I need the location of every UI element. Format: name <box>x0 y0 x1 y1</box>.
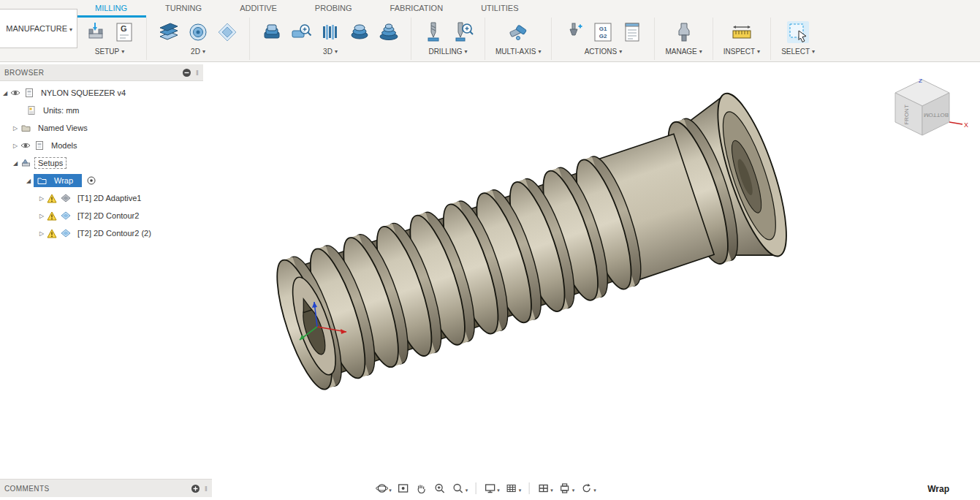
active-setup-status: Wrap <box>927 484 949 494</box>
tree-item-models[interactable]: Models <box>0 137 203 154</box>
orbit-button[interactable] <box>375 482 392 495</box>
viewcube-front-label[interactable]: FRONT <box>903 105 910 125</box>
ribbon: MANUFACTURE MILLING TURNING ADDITIVE PRO… <box>0 0 980 62</box>
fusion-manufacture-window: MANUFACTURE MILLING TURNING ADDITIVE PRO… <box>0 0 980 500</box>
expand-icon[interactable] <box>0 90 10 96</box>
view-cube[interactable]: FRONT BOTTOM Z X <box>882 74 970 144</box>
viewports-button[interactable] <box>536 482 553 495</box>
panel-grip-icon[interactable] <box>200 485 208 493</box>
face-icon[interactable] <box>157 20 181 44</box>
select-icon[interactable] <box>786 20 810 44</box>
machine-target-icon[interactable] <box>86 175 96 186</box>
tree-item-root[interactable]: NYLON SQUEEZER v4 <box>0 84 203 102</box>
setups-icon <box>20 158 31 168</box>
chevron-down-icon <box>593 482 596 495</box>
drill-deep-icon[interactable] <box>451 20 474 44</box>
tree-label-op2[interactable]: [T2] 2D Contour2 <box>75 211 142 221</box>
tree-item-op-contour2-2[interactable]: [T2] 2D Contour2 (2) <box>0 224 203 242</box>
expand-comments-icon[interactable] <box>191 484 200 493</box>
tree-label-units[interactable]: Units: mm <box>40 105 83 115</box>
setup-sheet-icon[interactable] <box>620 20 644 44</box>
zoom-button[interactable] <box>452 482 468 495</box>
tab-fabrication[interactable]: FABRICATION <box>371 0 463 18</box>
tree-item-op-adaptive1[interactable]: [T1] 2D Adaptive1 <box>0 189 203 207</box>
tree-label-op1[interactable]: [T1] 2D Adaptive1 <box>75 193 144 203</box>
tree-item-named-views[interactable]: Named Views <box>0 119 203 137</box>
layout-button[interactable] <box>558 482 575 495</box>
tab-additive[interactable]: ADDITIVE <box>221 0 296 18</box>
pan-button[interactable] <box>415 482 428 495</box>
viewcube-bottom-label[interactable]: BOTTOM <box>924 112 949 118</box>
group-multiaxis: MULTI-AXIS <box>485 18 552 60</box>
tab-utilities[interactable]: UTILITIES <box>462 0 537 18</box>
generate-icon[interactable] <box>562 20 585 44</box>
folder-icon <box>20 123 31 133</box>
ncprogram-icon[interactable]: G <box>113 20 136 44</box>
selected-setup-chip[interactable]: Wrap <box>34 174 82 187</box>
look-at-button[interactable] <box>397 482 410 495</box>
tab-turning[interactable]: TURNING <box>146 0 221 18</box>
zoom-in-button[interactable] <box>433 482 447 495</box>
adaptive3d-icon[interactable] <box>260 20 284 44</box>
group-label-inspect[interactable]: INSPECT <box>723 48 760 56</box>
pocket3d-icon[interactable] <box>289 20 313 44</box>
expand-icon[interactable] <box>10 160 20 167</box>
viewcube-x-label: X <box>964 121 968 129</box>
new-setup-icon[interactable] <box>83 20 107 44</box>
warning-icon <box>47 211 57 221</box>
svg-text:G2: G2 <box>599 33 607 39</box>
expand-icon[interactable] <box>37 213 47 219</box>
nav-divider <box>475 482 476 494</box>
pocket2d-icon[interactable] <box>186 20 210 44</box>
component-icon <box>34 140 45 151</box>
group-label-select[interactable]: SELECT <box>781 48 815 56</box>
group-label-multiaxis[interactable]: MULTI-AXIS <box>495 48 541 56</box>
grid-snap-button[interactable] <box>505 482 522 495</box>
tree-label-named-views[interactable]: Named Views <box>35 123 91 133</box>
expand-icon[interactable] <box>37 195 47 202</box>
tree-item-units[interactable]: Units: mm <box>0 102 203 119</box>
tree-label-root[interactable]: NYLON SQUEEZER v4 <box>38 88 129 98</box>
post-process-icon[interactable]: G1 G2 <box>591 20 615 44</box>
refresh-view-button[interactable] <box>580 482 596 495</box>
browser-header: BROWSER <box>0 64 203 81</box>
workspace-switcher[interactable]: MANUFACTURE <box>0 9 77 48</box>
tree-label-setups[interactable]: Setups <box>35 158 66 168</box>
scallop-icon[interactable] <box>348 20 371 44</box>
tab-milling[interactable]: MILLING <box>76 0 146 18</box>
tree-label-models[interactable]: Models <box>48 140 80 151</box>
expand-icon[interactable] <box>23 178 34 184</box>
nav-divider <box>528 482 529 494</box>
group-label-3d[interactable]: 3D <box>323 48 338 56</box>
tree-label-wrap[interactable]: Wrap <box>51 175 76 186</box>
expand-icon[interactable] <box>37 230 47 237</box>
adaptive-op-icon <box>61 193 71 203</box>
comments-bar[interactable]: COMMENTS <box>0 479 212 497</box>
tree-item-op-contour2[interactable]: [T2] 2D Contour2 <box>0 207 203 224</box>
tool-library-icon[interactable] <box>672 20 696 44</box>
tree-label-op3[interactable]: [T2] 2D Contour2 (2) <box>75 228 154 238</box>
measure-icon[interactable] <box>730 20 753 44</box>
tree-item-setup-wrap[interactable]: Wrap <box>0 172 203 189</box>
group-label-setup[interactable]: SETUP <box>95 48 124 56</box>
multiaxis-icon[interactable] <box>506 20 530 44</box>
collapse-panel-icon[interactable] <box>182 68 191 77</box>
panel-grip-icon[interactable] <box>191 69 199 77</box>
group-label-manage[interactable]: MANAGE <box>665 48 702 56</box>
spiral-icon[interactable] <box>377 20 400 44</box>
group-label-2d[interactable]: 2D <box>191 48 205 56</box>
tree-item-setups[interactable]: Setups <box>0 154 203 172</box>
expand-icon[interactable] <box>10 125 20 132</box>
chamfer2d-icon[interactable] <box>216 20 239 44</box>
chevron-down-icon <box>67 24 72 33</box>
group-label-drilling[interactable]: DRILLING <box>428 48 467 56</box>
expand-icon[interactable] <box>10 143 20 149</box>
tab-probing[interactable]: PROBING <box>296 0 371 18</box>
parallel-icon[interactable] <box>319 20 342 44</box>
visibility-eye-icon[interactable] <box>20 140 31 151</box>
drill-icon[interactable] <box>422 20 445 44</box>
group-label-actions[interactable]: ACTIONS <box>585 48 622 56</box>
workspace-label: MANUFACTURE <box>6 24 67 33</box>
display-settings-button[interactable] <box>483 482 500 495</box>
visibility-eye-icon[interactable] <box>10 88 20 98</box>
